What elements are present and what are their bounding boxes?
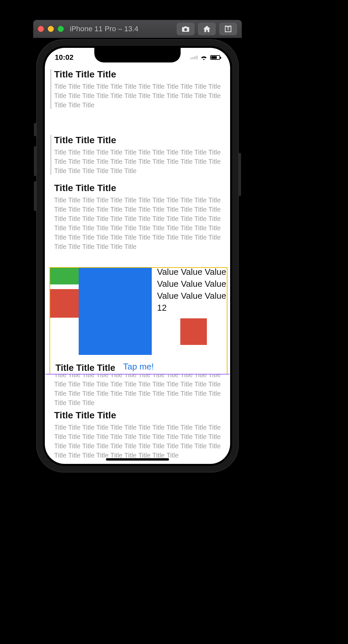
status-time: 10:02 <box>55 53 73 62</box>
value-text-block: Value Value Value Value Value Value Valu… <box>152 266 227 345</box>
item-body: Title Title Title Title Title Title Titl… <box>54 195 224 251</box>
device-frame: 10:02 Title Title Title Title Title Titl… <box>37 40 238 472</box>
list-item[interactable]: Title Title Title Title Title Title Titl… <box>45 63 230 116</box>
power-button[interactable] <box>238 153 241 196</box>
volume-up-button[interactable] <box>34 146 37 176</box>
simulator-title: iPhone 11 Pro – 13.4 <box>70 25 177 33</box>
item-heading: Title Title Title <box>54 183 224 193</box>
list-item[interactable]: Title Title Title Title Title Title Titl… <box>45 409 230 461</box>
red-swatch-small <box>180 318 207 345</box>
close-window-button[interactable] <box>38 26 44 32</box>
cellular-icon <box>190 55 198 59</box>
simulator-toolbar <box>177 23 237 35</box>
share-button[interactable] <box>219 23 237 35</box>
blue-swatch <box>79 268 152 355</box>
home-indicator[interactable] <box>106 458 169 461</box>
silence-switch[interactable] <box>34 123 37 136</box>
window-traffic-lights <box>38 26 64 32</box>
device-bezel: 10:02 Title Title Title Title Title Titl… <box>43 46 232 466</box>
zoom-window-button[interactable] <box>58 26 64 32</box>
tap-me-button[interactable]: Tap me! <box>123 362 154 372</box>
item-heading: Title Title Title <box>54 69 224 80</box>
item-body: Title Title Title Title Title Title Titl… <box>54 148 224 175</box>
overlay-heading: Title Title Title <box>55 363 115 373</box>
red-swatch <box>50 289 79 318</box>
scroll-view[interactable]: Title Title Title Title Title Title Titl… <box>45 48 230 464</box>
list-item[interactable]: Title Title Title Title Title Title Titl… <box>45 129 230 181</box>
status-right <box>190 55 220 60</box>
item-accent-bar <box>50 69 51 109</box>
wifi-icon <box>200 55 208 60</box>
share-icon <box>224 25 232 33</box>
screenshot-icon <box>181 25 190 33</box>
minimize-window-button[interactable] <box>48 26 54 32</box>
volume-down-button[interactable] <box>34 181 37 211</box>
home-icon <box>203 25 211 33</box>
item-accent-bar <box>50 135 51 175</box>
list-item[interactable]: Title Title Title Title Title Title Titl… <box>45 181 230 253</box>
device-screen: 10:02 Title Title Title Title Title Titl… <box>45 48 230 464</box>
simulator-titlebar: iPhone 11 Pro – 13.4 <box>33 20 242 38</box>
green-swatch <box>50 268 79 284</box>
battery-icon <box>210 55 220 60</box>
device-notch <box>94 48 181 62</box>
home-button[interactable] <box>198 23 216 35</box>
purple-separator <box>45 374 229 375</box>
item-body: Title Title Title Title Title Title Titl… <box>54 82 224 110</box>
item-body: Title Title Title Title Title Title Titl… <box>54 423 224 460</box>
debug-overlay-card: Value Value Value Value Value Value Valu… <box>49 267 227 375</box>
screenshot-button[interactable] <box>177 23 195 35</box>
item-heading: Title Title Title <box>54 410 224 421</box>
item-heading: Title Title Title <box>54 135 224 146</box>
value-text: Value Value Value Value Value Value Valu… <box>157 266 227 314</box>
